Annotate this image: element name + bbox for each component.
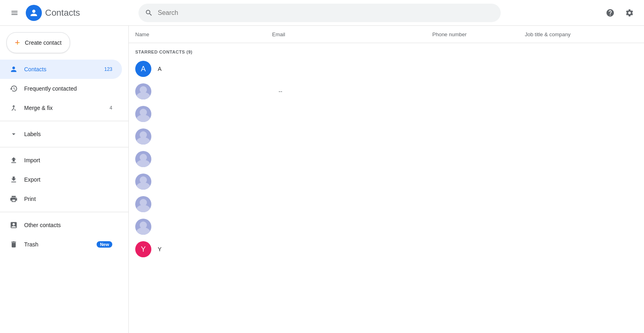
search-icon	[145, 9, 153, 17]
table-row[interactable]	[129, 148, 644, 170]
merge-icon	[10, 104, 18, 112]
sidebar-divider-1	[0, 121, 128, 121]
avatar	[135, 219, 151, 235]
contacts-logo-icon	[29, 8, 39, 18]
trash-icon	[10, 240, 18, 248]
app-title: Contacts	[45, 8, 80, 18]
avatar	[135, 174, 151, 190]
sidebar-item-trash[interactable]: Trash New	[0, 235, 122, 254]
merge-fix-label: Merge & fix	[24, 105, 103, 111]
column-header-phone: Phone number	[432, 31, 525, 38]
sidebar-item-merge-fix[interactable]: Merge & fix 4	[0, 98, 122, 118]
hamburger-icon	[10, 9, 19, 17]
sidebar-item-import[interactable]: Import	[0, 151, 122, 170]
merge-fix-badge: 4	[109, 105, 112, 111]
table-row[interactable]: Y Y	[129, 238, 644, 261]
sidebar-item-print[interactable]: Print	[0, 189, 122, 209]
contact-email: --	[279, 88, 432, 95]
table-row[interactable]	[129, 125, 644, 148]
sidebar-item-export[interactable]: Export	[0, 170, 122, 189]
avatar	[135, 83, 151, 99]
sidebar-item-contacts[interactable]: Contacts 123	[0, 60, 122, 79]
contacts-list: A A --	[129, 58, 644, 261]
create-contact-button[interactable]: + Create contact	[6, 32, 70, 53]
help-button[interactable]	[602, 5, 618, 21]
contact-name: Y	[158, 246, 279, 253]
trash-new-badge: New	[97, 241, 112, 248]
chevron-down-icon	[10, 130, 18, 138]
table-row[interactable]	[129, 215, 644, 238]
sidebar-divider-2	[0, 147, 128, 147]
avatar	[135, 128, 151, 145]
labels-label: Labels	[24, 131, 112, 137]
print-icon	[10, 195, 18, 203]
menu-button[interactable]	[6, 5, 23, 21]
table-header: Name Email Phone number Job title & comp…	[129, 26, 644, 43]
contact-name: A	[158, 65, 279, 72]
import-label: Import	[24, 157, 112, 163]
contacts-count-badge: 123	[104, 66, 112, 72]
column-header-email: Email	[272, 31, 432, 38]
export-icon	[10, 176, 18, 184]
app-header: Contacts	[0, 0, 644, 26]
create-contact-label: Create contact	[25, 39, 62, 46]
header-left: Contacts	[6, 5, 135, 21]
export-label: Export	[24, 176, 112, 183]
main-layout: + Create contact Contacts 123 Frequently…	[0, 26, 644, 333]
avatar	[135, 196, 151, 212]
sidebar-item-other-contacts[interactable]: Other contacts	[0, 215, 122, 235]
starred-contacts-section-header: STARRED CONTACTS (9)	[129, 43, 644, 58]
app-logo: Contacts	[26, 5, 80, 21]
plus-icon: +	[15, 37, 20, 48]
person-icon	[10, 65, 18, 73]
table-row[interactable]: A A	[129, 58, 644, 80]
table-row[interactable]	[129, 193, 644, 215]
avatar: A	[135, 61, 151, 77]
trash-label: Trash	[24, 241, 90, 248]
avatar: Y	[135, 241, 151, 257]
print-label: Print	[24, 196, 112, 202]
column-header-job: Job title & company	[525, 31, 638, 38]
frequently-contacted-label: Frequently contacted	[24, 85, 112, 92]
other-contacts-icon	[10, 221, 18, 229]
app-logo-circle	[26, 5, 42, 21]
settings-icon	[625, 8, 634, 17]
search-bar[interactable]	[138, 4, 501, 22]
history-icon	[10, 85, 18, 93]
search-input[interactable]	[158, 9, 494, 17]
column-header-name: Name	[135, 31, 272, 38]
sidebar-item-labels[interactable]: Labels	[0, 124, 122, 144]
sidebar: + Create contact Contacts 123 Frequently…	[0, 26, 129, 333]
avatar	[135, 106, 151, 122]
settings-button[interactable]	[621, 5, 638, 21]
sidebar-item-frequently-contacted[interactable]: Frequently contacted	[0, 79, 122, 98]
help-icon	[606, 8, 615, 17]
contacts-nav-label: Contacts	[24, 66, 98, 72]
sidebar-divider-3	[0, 212, 128, 212]
other-contacts-label: Other contacts	[24, 222, 112, 228]
table-row[interactable]	[129, 170, 644, 193]
contacts-content: Name Email Phone number Job title & comp…	[129, 26, 644, 333]
header-actions	[602, 5, 638, 21]
avatar	[135, 151, 151, 167]
table-row[interactable]	[129, 103, 644, 125]
table-row[interactable]: --	[129, 80, 644, 103]
import-icon	[10, 156, 18, 164]
